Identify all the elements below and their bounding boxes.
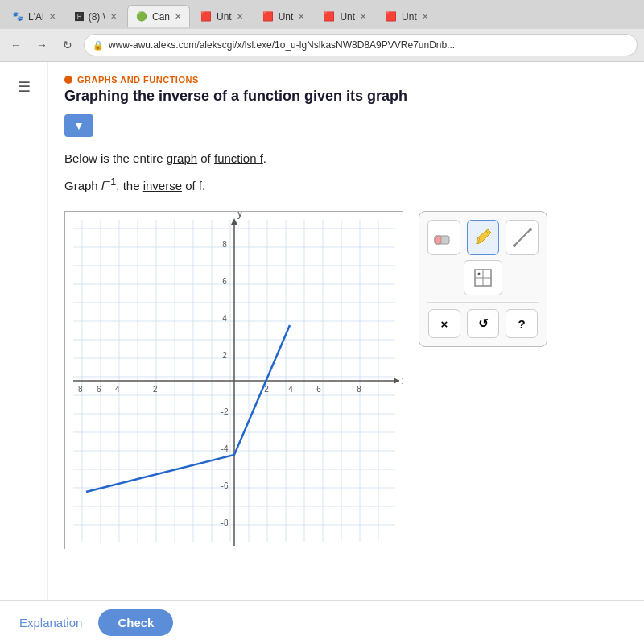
svg-marker-57	[477, 229, 491, 244]
tab-can[interactable]: 🟢 Can ✕	[127, 5, 190, 27]
tab-unt1[interactable]: 🟥 Unt ✕	[192, 5, 252, 27]
tab-label-can: Can	[152, 11, 170, 23]
chevron-down-icon: ▼	[73, 119, 85, 132]
tab-close-can[interactable]: ✕	[175, 12, 181, 21]
tab-label-8: (8) \	[89, 11, 105, 23]
refresh-button[interactable]: ↻	[58, 35, 77, 55]
address-text: www-awu.aleks.com/alekscgi/x/lsl.exe/1o_…	[109, 39, 455, 51]
svg-text:2: 2	[222, 351, 227, 360]
graph-svg: x y -8 -6 -4 -2 2 4 6 8 8 6	[65, 212, 403, 550]
svg-text:-6: -6	[94, 385, 101, 394]
hamburger-menu[interactable]: ☰	[11, 72, 37, 102]
tab-close-8[interactable]: ✕	[110, 12, 117, 21]
tab-label-unt2: Unt	[279, 11, 294, 23]
section-label: GRAPHS AND FUNCTIONS	[64, 75, 628, 85]
problem-comma: , the	[116, 179, 142, 192]
svg-text:-8: -8	[76, 385, 83, 394]
tab-unt3[interactable]: 🟥 Unt ✕	[315, 5, 375, 27]
tools-row-action: × ↺ ?	[427, 309, 539, 338]
tab-close-unt3[interactable]: ✕	[360, 12, 366, 21]
tools-panel: × ↺ ?	[419, 211, 547, 347]
delete-button[interactable]: ×	[428, 309, 460, 338]
grid-select-icon	[472, 266, 494, 289]
tab-lal[interactable]: 🐾 L'Al ✕	[3, 5, 64, 27]
forward-button[interactable]: →	[32, 35, 52, 55]
content-area: ☰ GRAPHS AND FUNCTIONS Graphing the inve…	[0, 62, 644, 644]
problem-inverse-word: inverse	[143, 179, 182, 192]
tab-favicon-8: 🅱	[75, 12, 84, 22]
explanation-button[interactable]: Explanation	[19, 616, 82, 630]
svg-point-61	[529, 228, 532, 231]
help-button[interactable]: ?	[506, 309, 538, 338]
eraser-tool[interactable]	[427, 220, 460, 255]
tab-unt2[interactable]: 🟥 Unt ✕	[254, 5, 314, 27]
graph-container[interactable]: x y -8 -6 -4 -2 2 4 6 8 8 6	[64, 211, 402, 549]
problem-text-2: Graph f−1, the inverse of f.	[64, 175, 628, 196]
diagonal-tool[interactable]	[506, 220, 539, 255]
problem-function-f: function f	[214, 151, 263, 165]
problem-suffix: .	[263, 151, 266, 165]
address-bar[interactable]: 🔒 www-awu.aleks.com/alekscgi/x/lsl.exe/1…	[84, 34, 638, 56]
svg-rect-56	[435, 236, 441, 244]
address-bar-row: ← → ↻ 🔒 www-awu.aleks.com/alekscgi/x/lsl…	[0, 29, 644, 61]
svg-line-60	[514, 229, 530, 246]
svg-text:-6: -6	[221, 481, 229, 490]
dropdown-button[interactable]: ▼	[64, 114, 93, 137]
pencil-tool[interactable]	[467, 220, 500, 255]
tab-favicon-unt3: 🟥	[324, 11, 335, 22]
tab-favicon-can: 🟢	[136, 11, 147, 22]
problem-prefix: Below is the entire	[64, 151, 167, 165]
svg-text:-2: -2	[221, 407, 229, 416]
tab-close-lal[interactable]: ✕	[49, 12, 56, 21]
grid-select-tool[interactable]	[464, 260, 502, 295]
delete-icon: ×	[441, 317, 448, 331]
undo-button[interactable]: ↺	[467, 309, 499, 338]
help-icon: ?	[518, 317, 525, 331]
bottom-bar: Explanation Check	[0, 600, 644, 644]
svg-text:4: 4	[288, 385, 293, 394]
section-label-text: GRAPHS AND FUNCTIONS	[77, 75, 199, 85]
problem-exponent: −1	[105, 176, 116, 188]
svg-text:-4: -4	[221, 444, 229, 453]
tab-bar: 🐾 L'Al ✕ 🅱 (8) \ ✕ 🟢 Can ✕ 🟥 Unt ✕ 🟥 Unt…	[0, 0, 644, 29]
lesson-title: Graphing the inverse of a function given…	[64, 88, 628, 105]
undo-icon: ↺	[478, 316, 489, 331]
main-area: GRAPHS AND FUNCTIONS Graphing the invers…	[48, 62, 644, 644]
tab-close-unt1[interactable]: ✕	[237, 12, 243, 21]
check-button[interactable]: Check	[98, 609, 173, 636]
diagonal-line-icon	[511, 226, 534, 249]
svg-text:-2: -2	[151, 385, 158, 394]
tab-favicon-unt1: 🟥	[200, 11, 212, 22]
tab-label-unt1: Unt	[217, 11, 232, 23]
svg-text:8: 8	[222, 240, 227, 249]
page-content: ☰ GRAPHS AND FUNCTIONS Graphing the inve…	[0, 62, 644, 644]
tab-close-unt4[interactable]: ✕	[422, 12, 428, 21]
tab-8[interactable]: 🅱 (8) \ ✕	[66, 5, 126, 27]
svg-text:6: 6	[316, 385, 321, 394]
back-button[interactable]: ←	[6, 35, 26, 55]
svg-text:4: 4	[222, 314, 227, 323]
tab-unt4[interactable]: 🟥 Unt ✕	[377, 5, 437, 27]
browser-chrome: 🐾 L'Al ✕ 🅱 (8) \ ✕ 🟢 Can ✕ 🟥 Unt ✕ 🟥 Unt…	[0, 0, 644, 62]
tab-favicon-unt2: 🟥	[262, 11, 274, 22]
svg-text:2: 2	[264, 385, 269, 394]
tab-label-lal: L'Al	[28, 11, 44, 23]
svg-text:6: 6	[222, 277, 227, 286]
problem-of-f: of f.	[182, 179, 205, 192]
tools-row-1	[427, 220, 539, 255]
pencil-icon	[472, 226, 494, 249]
problem-text-1: Below is the entire graph of function f.	[64, 150, 628, 168]
graph-tools-row: x y -8 -6 -4 -2 2 4 6 8 8 6	[64, 211, 628, 549]
tools-row-2	[427, 260, 539, 295]
x-axis-label: x	[402, 375, 403, 386]
tools-divider	[427, 302, 539, 303]
tab-close-unt2[interactable]: ✕	[298, 12, 304, 21]
lock-icon: 🔒	[93, 40, 104, 51]
svg-point-62	[513, 244, 516, 247]
tab-label-unt4: Unt	[402, 11, 417, 23]
svg-text:-8: -8	[221, 518, 229, 527]
svg-text:-4: -4	[113, 385, 120, 394]
svg-text:8: 8	[357, 385, 361, 394]
tab-label-unt3: Unt	[340, 11, 355, 23]
tab-favicon-unt4: 🟥	[386, 11, 397, 22]
